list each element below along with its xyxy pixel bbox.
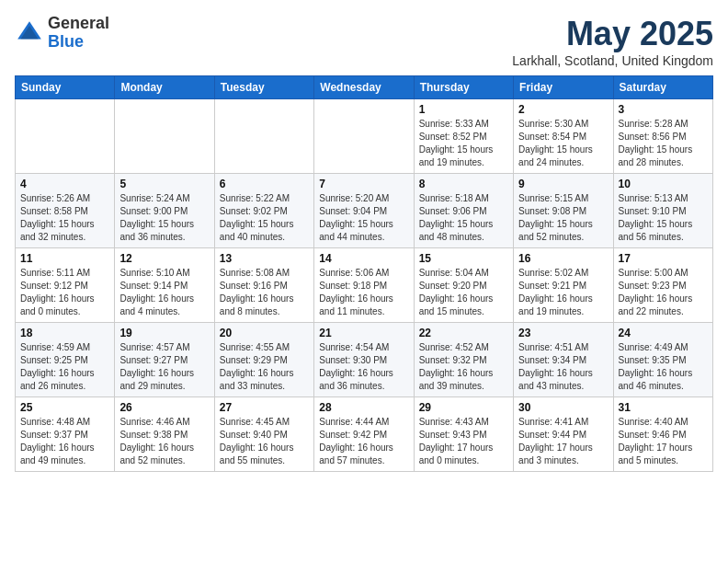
page-header: General Blue May 2025 Larkhall, Scotland… — [15, 15, 713, 68]
calendar-cell: 3Sunrise: 5:28 AM Sunset: 8:56 PM Daylig… — [613, 99, 712, 174]
day-detail: Sunrise: 5:15 AM Sunset: 9:08 PM Dayligh… — [518, 192, 608, 244]
day-number: 31 — [619, 401, 708, 414]
day-number: 6 — [220, 178, 309, 190]
logo-blue: Blue — [48, 33, 109, 52]
day-detail: Sunrise: 5:06 AM Sunset: 9:18 PM Dayligh… — [319, 267, 408, 318]
logo-general: General — [48, 15, 109, 33]
day-number: 26 — [119, 401, 209, 414]
day-number: 12 — [119, 252, 209, 265]
day-number: 10 — [619, 178, 708, 190]
day-number: 24 — [619, 327, 708, 339]
day-detail: Sunrise: 4:41 AM Sunset: 9:44 PM Dayligh… — [518, 416, 608, 467]
day-detail: Sunrise: 5:11 AM Sunset: 9:12 PM Dayligh… — [20, 267, 109, 318]
day-detail: Sunrise: 4:55 AM Sunset: 9:29 PM Dayligh… — [220, 341, 309, 393]
calendar-cell: 13Sunrise: 5:08 AM Sunset: 9:16 PM Dayli… — [214, 248, 313, 323]
calendar-cell: 11Sunrise: 5:11 AM Sunset: 9:12 PM Dayli… — [16, 248, 115, 323]
day-number: 28 — [319, 401, 408, 414]
calendar-header-row: SundayMondayTuesdayWednesdayThursdayFrid… — [16, 76, 713, 99]
day-detail: Sunrise: 5:02 AM Sunset: 9:21 PM Dayligh… — [518, 267, 608, 318]
day-detail: Sunrise: 5:04 AM Sunset: 9:20 PM Dayligh… — [419, 267, 508, 318]
calendar-cell: 19Sunrise: 4:57 AM Sunset: 9:27 PM Dayli… — [115, 323, 214, 397]
logo: General Blue — [15, 15, 109, 52]
day-detail: Sunrise: 5:22 AM Sunset: 9:02 PM Dayligh… — [220, 192, 309, 244]
calendar-cell: 6Sunrise: 5:22 AM Sunset: 9:02 PM Daylig… — [214, 174, 313, 248]
calendar-week-2: 4Sunrise: 5:26 AM Sunset: 8:58 PM Daylig… — [16, 174, 713, 248]
calendar-cell: 17Sunrise: 5:00 AM Sunset: 9:23 PM Dayli… — [613, 248, 712, 323]
calendar-cell: 4Sunrise: 5:26 AM Sunset: 8:58 PM Daylig… — [16, 174, 115, 248]
calendar-cell: 5Sunrise: 5:24 AM Sunset: 9:00 PM Daylig… — [115, 174, 214, 248]
day-number: 25 — [20, 401, 109, 414]
title-block: May 2025 Larkhall, Scotland, United King… — [512, 15, 713, 68]
day-detail: Sunrise: 4:52 AM Sunset: 9:32 PM Dayligh… — [419, 341, 508, 393]
day-detail: Sunrise: 5:26 AM Sunset: 8:58 PM Dayligh… — [20, 192, 109, 244]
day-detail: Sunrise: 5:08 AM Sunset: 9:16 PM Dayligh… — [220, 267, 309, 318]
day-detail: Sunrise: 4:48 AM Sunset: 9:37 PM Dayligh… — [20, 416, 109, 467]
header-saturday: Saturday — [613, 76, 712, 99]
calendar-cell: 2Sunrise: 5:30 AM Sunset: 8:54 PM Daylig… — [514, 99, 613, 174]
day-detail: Sunrise: 5:10 AM Sunset: 9:14 PM Dayligh… — [119, 267, 209, 318]
calendar-cell: 21Sunrise: 4:54 AM Sunset: 9:30 PM Dayli… — [314, 323, 414, 397]
day-detail: Sunrise: 4:44 AM Sunset: 9:42 PM Dayligh… — [319, 416, 408, 467]
day-number: 19 — [119, 327, 209, 339]
header-friday: Friday — [514, 76, 613, 99]
calendar-cell: 22Sunrise: 4:52 AM Sunset: 9:32 PM Dayli… — [414, 323, 513, 397]
day-number: 4 — [20, 178, 109, 190]
title-location: Larkhall, Scotland, United Kingdom — [512, 53, 713, 68]
day-detail: Sunrise: 5:30 AM Sunset: 8:54 PM Dayligh… — [518, 118, 608, 169]
day-detail: Sunrise: 5:33 AM Sunset: 8:52 PM Dayligh… — [419, 118, 508, 169]
day-detail: Sunrise: 4:45 AM Sunset: 9:40 PM Dayligh… — [220, 416, 309, 467]
day-detail: Sunrise: 4:40 AM Sunset: 9:46 PM Dayligh… — [619, 416, 708, 467]
calendar-cell: 20Sunrise: 4:55 AM Sunset: 9:29 PM Dayli… — [214, 323, 313, 397]
calendar-cell: 27Sunrise: 4:45 AM Sunset: 9:40 PM Dayli… — [214, 397, 313, 472]
calendar-cell: 30Sunrise: 4:41 AM Sunset: 9:44 PM Dayli… — [514, 397, 613, 472]
calendar-cell: 16Sunrise: 5:02 AM Sunset: 9:21 PM Dayli… — [514, 248, 613, 323]
calendar-cell: 7Sunrise: 5:20 AM Sunset: 9:04 PM Daylig… — [314, 174, 414, 248]
day-number: 13 — [220, 252, 309, 265]
header-thursday: Thursday — [414, 76, 513, 99]
day-detail: Sunrise: 4:49 AM Sunset: 9:35 PM Dayligh… — [619, 341, 708, 393]
calendar-cell: 26Sunrise: 4:46 AM Sunset: 9:38 PM Dayli… — [115, 397, 214, 472]
calendar-week-4: 18Sunrise: 4:59 AM Sunset: 9:25 PM Dayli… — [16, 323, 713, 397]
calendar-cell — [115, 99, 214, 174]
day-number: 15 — [419, 252, 508, 265]
header-sunday: Sunday — [16, 76, 115, 99]
day-number: 27 — [220, 401, 309, 414]
calendar-cell: 1Sunrise: 5:33 AM Sunset: 8:52 PM Daylig… — [414, 99, 513, 174]
calendar-cell: 14Sunrise: 5:06 AM Sunset: 9:18 PM Dayli… — [314, 248, 414, 323]
day-number: 11 — [20, 252, 109, 265]
calendar-cell: 31Sunrise: 4:40 AM Sunset: 9:46 PM Dayli… — [613, 397, 712, 472]
title-month: May 2025 — [512, 15, 713, 53]
calendar-week-1: 1Sunrise: 5:33 AM Sunset: 8:52 PM Daylig… — [16, 99, 713, 174]
day-detail: Sunrise: 5:13 AM Sunset: 9:10 PM Dayligh… — [619, 192, 708, 244]
calendar-week-3: 11Sunrise: 5:11 AM Sunset: 9:12 PM Dayli… — [16, 248, 713, 323]
day-number: 1 — [419, 103, 508, 116]
header-monday: Monday — [115, 76, 214, 99]
day-detail: Sunrise: 4:59 AM Sunset: 9:25 PM Dayligh… — [20, 341, 109, 393]
calendar-cell: 28Sunrise: 4:44 AM Sunset: 9:42 PM Dayli… — [314, 397, 414, 472]
day-detail: Sunrise: 4:43 AM Sunset: 9:43 PM Dayligh… — [419, 416, 508, 467]
day-number: 14 — [319, 252, 408, 265]
day-number: 22 — [419, 327, 508, 339]
calendar-cell: 9Sunrise: 5:15 AM Sunset: 9:08 PM Daylig… — [514, 174, 613, 248]
day-number: 16 — [518, 252, 608, 265]
calendar-cell — [214, 99, 313, 174]
day-detail: Sunrise: 4:57 AM Sunset: 9:27 PM Dayligh… — [119, 341, 209, 393]
day-detail: Sunrise: 4:51 AM Sunset: 9:34 PM Dayligh… — [518, 341, 608, 393]
day-number: 21 — [319, 327, 408, 339]
day-detail: Sunrise: 5:00 AM Sunset: 9:23 PM Dayligh… — [619, 267, 708, 318]
calendar-table: SundayMondayTuesdayWednesdayThursdayFrid… — [15, 75, 713, 472]
day-detail: Sunrise: 5:20 AM Sunset: 9:04 PM Dayligh… — [319, 192, 408, 244]
day-number: 20 — [220, 327, 309, 339]
calendar-cell: 18Sunrise: 4:59 AM Sunset: 9:25 PM Dayli… — [16, 323, 115, 397]
day-number: 8 — [419, 178, 508, 190]
calendar-cell — [16, 99, 115, 174]
calendar-cell — [314, 99, 414, 174]
day-number: 30 — [518, 401, 608, 414]
day-number: 2 — [518, 103, 608, 116]
header-tuesday: Tuesday — [214, 76, 313, 99]
day-number: 29 — [419, 401, 508, 414]
day-number: 9 — [518, 178, 608, 190]
day-detail: Sunrise: 5:28 AM Sunset: 8:56 PM Dayligh… — [619, 118, 708, 169]
calendar-cell: 10Sunrise: 5:13 AM Sunset: 9:10 PM Dayli… — [613, 174, 712, 248]
calendar-cell: 23Sunrise: 4:51 AM Sunset: 9:34 PM Dayli… — [514, 323, 613, 397]
